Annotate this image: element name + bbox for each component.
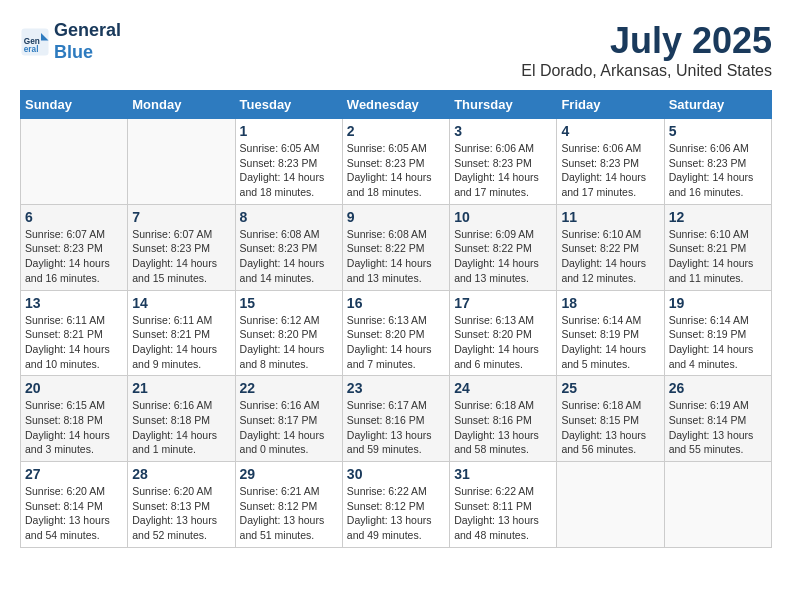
day-number: 25	[561, 380, 659, 396]
day-number: 6	[25, 209, 123, 225]
day-info: Sunrise: 6:06 AMSunset: 8:23 PMDaylight:…	[561, 141, 659, 200]
day-info: Sunrise: 6:15 AMSunset: 8:18 PMDaylight:…	[25, 398, 123, 457]
day-number: 1	[240, 123, 338, 139]
day-number: 5	[669, 123, 767, 139]
day-info: Sunrise: 6:08 AMSunset: 8:23 PMDaylight:…	[240, 227, 338, 286]
day-info: Sunrise: 6:13 AMSunset: 8:20 PMDaylight:…	[347, 313, 445, 372]
calendar-cell: 18Sunrise: 6:14 AMSunset: 8:19 PMDayligh…	[557, 290, 664, 376]
calendar-cell: 1Sunrise: 6:05 AMSunset: 8:23 PMDaylight…	[235, 119, 342, 205]
calendar-cell: 5Sunrise: 6:06 AMSunset: 8:23 PMDaylight…	[664, 119, 771, 205]
day-info: Sunrise: 6:11 AMSunset: 8:21 PMDaylight:…	[132, 313, 230, 372]
day-number: 14	[132, 295, 230, 311]
weekday-header-thursday: Thursday	[450, 91, 557, 119]
day-info: Sunrise: 6:17 AMSunset: 8:16 PMDaylight:…	[347, 398, 445, 457]
day-number: 12	[669, 209, 767, 225]
day-info: Sunrise: 6:16 AMSunset: 8:17 PMDaylight:…	[240, 398, 338, 457]
day-number: 7	[132, 209, 230, 225]
day-info: Sunrise: 6:10 AMSunset: 8:22 PMDaylight:…	[561, 227, 659, 286]
day-number: 30	[347, 466, 445, 482]
day-info: Sunrise: 6:09 AMSunset: 8:22 PMDaylight:…	[454, 227, 552, 286]
calendar-cell: 14Sunrise: 6:11 AMSunset: 8:21 PMDayligh…	[128, 290, 235, 376]
calendar-cell: 23Sunrise: 6:17 AMSunset: 8:16 PMDayligh…	[342, 376, 449, 462]
page-header: Gen eral General Blue July 2025 El Dorad…	[20, 20, 772, 80]
day-info: Sunrise: 6:05 AMSunset: 8:23 PMDaylight:…	[347, 141, 445, 200]
day-number: 20	[25, 380, 123, 396]
calendar-cell: 31Sunrise: 6:22 AMSunset: 8:11 PMDayligh…	[450, 462, 557, 548]
calendar-cell: 25Sunrise: 6:18 AMSunset: 8:15 PMDayligh…	[557, 376, 664, 462]
day-info: Sunrise: 6:12 AMSunset: 8:20 PMDaylight:…	[240, 313, 338, 372]
day-number: 17	[454, 295, 552, 311]
day-number: 10	[454, 209, 552, 225]
calendar-cell: 24Sunrise: 6:18 AMSunset: 8:16 PMDayligh…	[450, 376, 557, 462]
calendar-cell: 4Sunrise: 6:06 AMSunset: 8:23 PMDaylight…	[557, 119, 664, 205]
day-info: Sunrise: 6:16 AMSunset: 8:18 PMDaylight:…	[132, 398, 230, 457]
day-info: Sunrise: 6:06 AMSunset: 8:23 PMDaylight:…	[669, 141, 767, 200]
day-number: 26	[669, 380, 767, 396]
weekday-header-wednesday: Wednesday	[342, 91, 449, 119]
day-info: Sunrise: 6:07 AMSunset: 8:23 PMDaylight:…	[25, 227, 123, 286]
day-number: 23	[347, 380, 445, 396]
calendar-cell: 2Sunrise: 6:05 AMSunset: 8:23 PMDaylight…	[342, 119, 449, 205]
weekday-header-sunday: Sunday	[21, 91, 128, 119]
day-info: Sunrise: 6:18 AMSunset: 8:15 PMDaylight:…	[561, 398, 659, 457]
weekday-header-tuesday: Tuesday	[235, 91, 342, 119]
calendar-cell: 17Sunrise: 6:13 AMSunset: 8:20 PMDayligh…	[450, 290, 557, 376]
calendar-cell: 11Sunrise: 6:10 AMSunset: 8:22 PMDayligh…	[557, 204, 664, 290]
calendar-cell: 9Sunrise: 6:08 AMSunset: 8:22 PMDaylight…	[342, 204, 449, 290]
day-number: 19	[669, 295, 767, 311]
calendar-cell: 30Sunrise: 6:22 AMSunset: 8:12 PMDayligh…	[342, 462, 449, 548]
calendar-table: SundayMondayTuesdayWednesdayThursdayFrid…	[20, 90, 772, 548]
weekday-header-saturday: Saturday	[664, 91, 771, 119]
calendar-cell	[664, 462, 771, 548]
day-number: 22	[240, 380, 338, 396]
day-info: Sunrise: 6:20 AMSunset: 8:13 PMDaylight:…	[132, 484, 230, 543]
title-area: July 2025 El Dorado, Arkansas, United St…	[521, 20, 772, 80]
day-number: 27	[25, 466, 123, 482]
day-info: Sunrise: 6:07 AMSunset: 8:23 PMDaylight:…	[132, 227, 230, 286]
day-info: Sunrise: 6:05 AMSunset: 8:23 PMDaylight:…	[240, 141, 338, 200]
day-number: 2	[347, 123, 445, 139]
day-number: 11	[561, 209, 659, 225]
day-number: 21	[132, 380, 230, 396]
calendar-cell: 7Sunrise: 6:07 AMSunset: 8:23 PMDaylight…	[128, 204, 235, 290]
calendar-cell: 13Sunrise: 6:11 AMSunset: 8:21 PMDayligh…	[21, 290, 128, 376]
calendar-cell: 6Sunrise: 6:07 AMSunset: 8:23 PMDaylight…	[21, 204, 128, 290]
location-title: El Dorado, Arkansas, United States	[521, 62, 772, 80]
day-info: Sunrise: 6:14 AMSunset: 8:19 PMDaylight:…	[561, 313, 659, 372]
calendar-cell: 10Sunrise: 6:09 AMSunset: 8:22 PMDayligh…	[450, 204, 557, 290]
calendar-cell: 28Sunrise: 6:20 AMSunset: 8:13 PMDayligh…	[128, 462, 235, 548]
calendar-cell: 20Sunrise: 6:15 AMSunset: 8:18 PMDayligh…	[21, 376, 128, 462]
logo: Gen eral General Blue	[20, 20, 121, 63]
calendar-cell: 29Sunrise: 6:21 AMSunset: 8:12 PMDayligh…	[235, 462, 342, 548]
day-number: 8	[240, 209, 338, 225]
calendar-cell: 8Sunrise: 6:08 AMSunset: 8:23 PMDaylight…	[235, 204, 342, 290]
day-number: 18	[561, 295, 659, 311]
calendar-cell	[21, 119, 128, 205]
calendar-cell: 22Sunrise: 6:16 AMSunset: 8:17 PMDayligh…	[235, 376, 342, 462]
month-title: July 2025	[521, 20, 772, 62]
svg-text:eral: eral	[24, 44, 39, 53]
day-info: Sunrise: 6:22 AMSunset: 8:12 PMDaylight:…	[347, 484, 445, 543]
day-number: 3	[454, 123, 552, 139]
day-info: Sunrise: 6:13 AMSunset: 8:20 PMDaylight:…	[454, 313, 552, 372]
day-number: 16	[347, 295, 445, 311]
day-info: Sunrise: 6:10 AMSunset: 8:21 PMDaylight:…	[669, 227, 767, 286]
calendar-cell: 15Sunrise: 6:12 AMSunset: 8:20 PMDayligh…	[235, 290, 342, 376]
weekday-header-friday: Friday	[557, 91, 664, 119]
day-number: 9	[347, 209, 445, 225]
day-info: Sunrise: 6:19 AMSunset: 8:14 PMDaylight:…	[669, 398, 767, 457]
calendar-cell: 16Sunrise: 6:13 AMSunset: 8:20 PMDayligh…	[342, 290, 449, 376]
day-number: 4	[561, 123, 659, 139]
calendar-cell: 27Sunrise: 6:20 AMSunset: 8:14 PMDayligh…	[21, 462, 128, 548]
weekday-header-monday: Monday	[128, 91, 235, 119]
day-info: Sunrise: 6:21 AMSunset: 8:12 PMDaylight:…	[240, 484, 338, 543]
calendar-cell: 12Sunrise: 6:10 AMSunset: 8:21 PMDayligh…	[664, 204, 771, 290]
calendar-cell	[557, 462, 664, 548]
day-info: Sunrise: 6:14 AMSunset: 8:19 PMDaylight:…	[669, 313, 767, 372]
calendar-cell: 21Sunrise: 6:16 AMSunset: 8:18 PMDayligh…	[128, 376, 235, 462]
calendar-cell	[128, 119, 235, 205]
day-info: Sunrise: 6:06 AMSunset: 8:23 PMDaylight:…	[454, 141, 552, 200]
day-number: 29	[240, 466, 338, 482]
day-number: 31	[454, 466, 552, 482]
day-info: Sunrise: 6:18 AMSunset: 8:16 PMDaylight:…	[454, 398, 552, 457]
